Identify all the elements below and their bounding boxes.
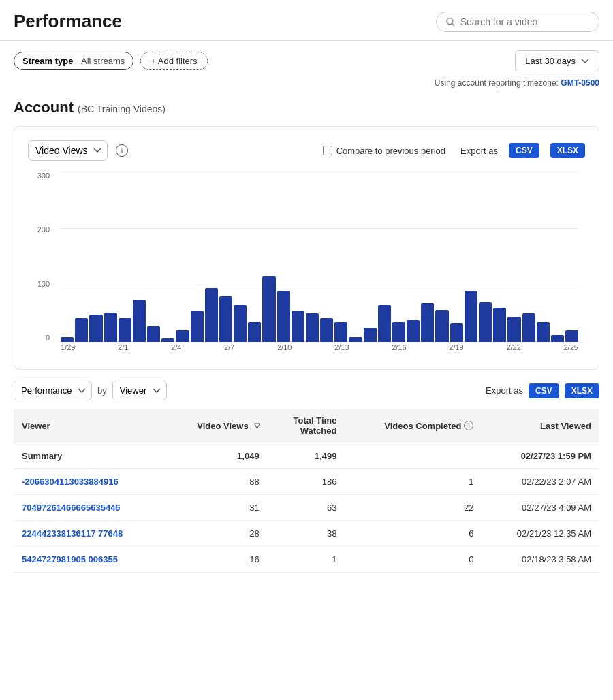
stream-type-filter[interactable]: Stream type All streams bbox=[14, 52, 133, 70]
table-export-xlsx-button[interactable]: XLSX bbox=[565, 383, 599, 398]
chart-bar bbox=[407, 320, 420, 342]
stream-type-value: All streams bbox=[81, 56, 125, 66]
y-label-0: 0 bbox=[35, 334, 50, 342]
x-label-129: 1/29 bbox=[61, 343, 75, 362]
table-controls: Performance by Viewer Export as CSV XLSX bbox=[14, 381, 599, 400]
x-label-21: 2/1 bbox=[118, 343, 128, 362]
row-last-viewed: 02/22/23 2:07 AM bbox=[482, 469, 599, 495]
row-videos-completed: 1 bbox=[345, 469, 482, 495]
row-video-views: 16 bbox=[166, 547, 268, 573]
row-videos-completed: 6 bbox=[345, 521, 482, 547]
svg-line-1 bbox=[452, 23, 454, 25]
timezone-link[interactable]: GMT-0500 bbox=[561, 78, 599, 88]
table-export-label: Export as bbox=[486, 385, 523, 396]
chart-bar bbox=[205, 288, 218, 342]
chart-controls: Video Views i Compare to previous period… bbox=[28, 140, 585, 161]
page-header: Performance bbox=[0, 0, 613, 41]
chart-bar bbox=[147, 326, 160, 342]
chart-bar bbox=[334, 322, 347, 342]
chart-bar bbox=[507, 317, 520, 343]
chart-bar bbox=[262, 276, 275, 342]
chart-bar bbox=[161, 338, 174, 342]
bars-container bbox=[61, 172, 578, 342]
viewer-link[interactable]: 224442338136117 77648 bbox=[22, 528, 157, 539]
x-label-210: 2/10 bbox=[277, 343, 292, 362]
row-video-views: 28 bbox=[166, 521, 268, 547]
chart-bar bbox=[176, 330, 189, 342]
by-label: by bbox=[97, 385, 107, 396]
metric-info-icon[interactable]: i bbox=[116, 144, 128, 157]
chart-bar bbox=[364, 328, 377, 342]
chart-bar bbox=[104, 313, 117, 342]
summary-videos-completed bbox=[345, 443, 482, 469]
account-title: Account bbox=[14, 99, 74, 116]
export-csv-button[interactable]: CSV bbox=[509, 143, 539, 158]
summary-video-views: 1,049 bbox=[166, 443, 268, 469]
chart-bar bbox=[493, 308, 506, 342]
date-range-selector[interactable]: Last 30 days bbox=[515, 50, 599, 71]
search-input[interactable] bbox=[460, 16, 589, 27]
th-video-views[interactable]: Video Views ▽ bbox=[166, 409, 268, 443]
row-video-views: 88 bbox=[166, 469, 268, 495]
chart-bar bbox=[89, 315, 102, 342]
filters-bar: Stream type All streams + Add filters La… bbox=[0, 41, 613, 81]
viewer-link[interactable]: 70497261466665635446 bbox=[22, 503, 157, 513]
videos-completed-info-icon[interactable]: i bbox=[464, 421, 473, 430]
th-viewer: Viewer bbox=[14, 409, 166, 443]
compare-checkbox[interactable] bbox=[323, 146, 332, 155]
table-header-row: Viewer Video Views ▽ Total Time Watched bbox=[14, 409, 599, 443]
table-section: Performance by Viewer Export as CSV XLSX… bbox=[14, 381, 599, 573]
viewer-link[interactable]: 5424727981905 006355 bbox=[22, 554, 157, 564]
viewer-link[interactable]: -2066304113033884916 bbox=[22, 477, 157, 487]
row-last-viewed: 02/27/23 4:09 AM bbox=[482, 495, 599, 521]
row-total-time: 38 bbox=[268, 521, 345, 547]
chart-bar bbox=[435, 310, 448, 343]
compare-checkbox-label[interactable]: Compare to previous period bbox=[323, 146, 445, 156]
row-viewer: -2066304113033884916 bbox=[14, 469, 166, 495]
chart-bar bbox=[349, 337, 362, 342]
summary-label: Summary bbox=[14, 443, 166, 469]
export-xlsx-button[interactable]: XLSX bbox=[550, 143, 585, 158]
chart-bar bbox=[450, 323, 463, 342]
row-videos-completed: 22 bbox=[345, 495, 482, 521]
th-videos-completed: Videos Completed i bbox=[345, 409, 482, 443]
chart-bar bbox=[61, 337, 74, 342]
chart-bar bbox=[119, 318, 131, 342]
table-export-csv-button[interactable]: CSV bbox=[529, 383, 559, 398]
x-label-24: 2/4 bbox=[171, 343, 181, 362]
row-total-time: 186 bbox=[268, 469, 345, 495]
viewer-select[interactable]: Viewer bbox=[112, 381, 167, 400]
table-row: 5424727981905 006355 16 1 0 02/18/23 3:5… bbox=[14, 547, 599, 573]
search-container[interactable] bbox=[436, 12, 599, 32]
add-filters-button[interactable]: + Add filters bbox=[140, 52, 207, 70]
row-viewer: 5424727981905 006355 bbox=[14, 547, 166, 573]
x-label-219: 2/19 bbox=[449, 343, 463, 362]
th-last-viewed: Last Viewed bbox=[482, 409, 599, 443]
chart-bar bbox=[277, 291, 290, 342]
y-label-300: 300 bbox=[35, 172, 50, 180]
x-label-222: 2/22 bbox=[506, 343, 520, 362]
table-row: 224442338136117 77648 28 38 6 02/21/23 1… bbox=[14, 521, 599, 547]
row-viewer: 224442338136117 77648 bbox=[14, 521, 166, 547]
chart-bar bbox=[537, 322, 550, 342]
x-axis: 1/29 2/1 2/4 2/7 2/10 2/13 2/16 2/19 2/2… bbox=[61, 343, 578, 362]
y-label-200: 200 bbox=[35, 225, 50, 234]
chart-bar bbox=[378, 305, 391, 342]
chart-area: 300 200 100 0 1/29 2/1 2/4 2/7 2/10 2/13… bbox=[35, 172, 578, 362]
table-row: -2066304113033884916 88 186 1 02/22/23 2… bbox=[14, 469, 599, 495]
chart-bar bbox=[421, 303, 434, 342]
row-last-viewed: 02/18/23 3:58 AM bbox=[482, 547, 599, 573]
metric-select[interactable]: Video Views bbox=[28, 140, 108, 161]
chart-bar bbox=[234, 305, 247, 342]
chart-card: Video Views i Compare to previous period… bbox=[14, 126, 599, 370]
th-total-time: Total Time Watched bbox=[268, 409, 345, 443]
row-total-time: 63 bbox=[268, 495, 345, 521]
chart-inner bbox=[61, 172, 578, 342]
chart-bar bbox=[465, 291, 477, 342]
chart-bar bbox=[320, 318, 333, 342]
account-subtitle: (BC Training Videos) bbox=[78, 104, 166, 114]
performance-select[interactable]: Performance bbox=[14, 381, 92, 400]
date-range-label: Last 30 days bbox=[525, 56, 576, 66]
stream-type-label: Stream type bbox=[22, 56, 73, 66]
chart-bar bbox=[219, 296, 232, 342]
